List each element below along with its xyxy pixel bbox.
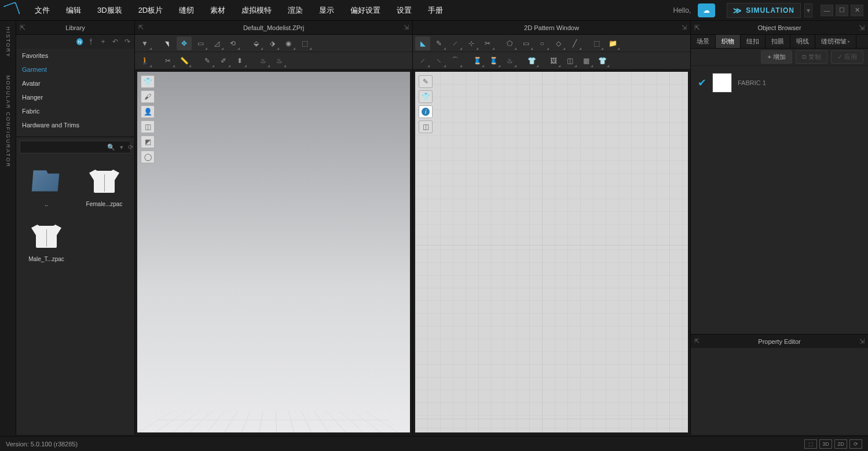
refresh-icon[interactable]: ⟳ xyxy=(126,144,135,151)
tool-2d-shirt[interactable]: 👕 xyxy=(595,54,610,68)
menu-sewing[interactable]: 缝纫 xyxy=(171,5,202,16)
lib-add-icon[interactable]: + xyxy=(100,38,107,46)
tool-2d-addpoint[interactable]: ⊹ xyxy=(464,36,479,50)
tool-2d-sew-select[interactable]: ⟋ xyxy=(415,54,430,68)
vis-silhouette-icon[interactable]: ◯ xyxy=(141,151,155,163)
view-refresh-button[interactable]: ⟳ xyxy=(849,439,862,449)
tool-edit3d[interactable]: ✎ xyxy=(200,54,215,68)
menu-display[interactable]: 显示 xyxy=(311,5,342,16)
tool-tape[interactable]: ✂ xyxy=(160,54,175,68)
tool-avatar[interactable]: 🚶 xyxy=(137,54,152,68)
vis-layer2-icon[interactable]: ◩ xyxy=(141,135,155,148)
tool-simulate[interactable]: ▼ xyxy=(137,36,152,50)
tool-edit3d-2[interactable]: ✐ xyxy=(216,54,231,68)
window-maximize-button[interactable]: ☐ xyxy=(836,5,848,16)
tool-2d-edit[interactable]: ✎ xyxy=(431,36,446,50)
thumb-female-garment[interactable]: Female...zpac xyxy=(76,159,132,212)
viewport-2d-canvas[interactable]: ✎ 👕 i ◫ xyxy=(415,72,688,432)
lib-item-garment[interactable]: Garment xyxy=(16,63,134,76)
tool-2d-sewing2[interactable]: 🧵 xyxy=(486,54,501,68)
tool-steam[interactable]: ♨ xyxy=(255,54,270,68)
cloud-sync-button[interactable]: ☁ xyxy=(698,3,715,17)
thumb-parent-folder[interactable]: .. xyxy=(19,159,74,212)
popout-icon[interactable]: ⇱ xyxy=(694,24,700,32)
ob-apply-button[interactable]: ✓ 应用 xyxy=(831,50,863,64)
search-dropdown-icon[interactable]: ▾ xyxy=(118,144,126,151)
popout-icon[interactable]: ⇱ xyxy=(694,338,699,345)
menu-avatar[interactable]: 虚拟模特 xyxy=(233,5,280,16)
menu-2d[interactable]: 2D板片 xyxy=(130,5,171,16)
simulation-mode-button[interactable]: ≫ SIMULATION xyxy=(727,3,801,18)
tool-2d-folder[interactable]: 📁 xyxy=(605,36,620,50)
tool-lasso[interactable]: ◿ xyxy=(209,36,224,50)
ob-add-button[interactable]: + 增加 xyxy=(761,50,792,64)
tool-2d-line[interactable]: ╱ xyxy=(567,36,582,50)
vis-2d-info-icon[interactable]: i xyxy=(419,105,433,118)
menu-manual[interactable]: 手册 xyxy=(420,5,451,16)
ob-tab-fabric[interactable]: 织物 xyxy=(716,35,741,48)
view-3d-button[interactable]: 3D xyxy=(819,439,832,449)
menu-edit[interactable]: 编辑 xyxy=(58,5,89,16)
thumb-male-garment[interactable]: Male_T...zpac xyxy=(19,214,74,267)
tool-2d-split[interactable]: ✂ xyxy=(480,36,495,50)
view-both-button[interactable]: ⬚ xyxy=(804,439,817,449)
tool-2d-texture[interactable]: 👕 xyxy=(524,54,539,68)
ob-tab-scene[interactable]: 场景 xyxy=(691,35,716,48)
viewport-3d-canvas[interactable]: 👕 🖌 👤 ◫ ◩ ◯ xyxy=(137,72,410,432)
popout-icon[interactable]: ⇱ xyxy=(138,24,144,31)
ob-item-fabric1[interactable]: ✔ FABRIC 1 xyxy=(695,71,863,95)
ob-copy-button[interactable]: ⧉ 复制 xyxy=(796,50,827,64)
tool-2d-sew-free[interactable]: ⌒ xyxy=(448,54,463,68)
tool-gizmo[interactable]: ⟲ xyxy=(225,36,240,50)
vis-texture-icon[interactable]: 🖌 xyxy=(141,90,155,103)
window-minimize-button[interactable]: — xyxy=(821,5,833,16)
popout-icon[interactable]: ⇲ xyxy=(404,24,409,31)
tool-arrange[interactable]: ◉ xyxy=(281,36,296,50)
vis-2d-layer-icon[interactable]: ◫ xyxy=(419,120,433,133)
view-2d-button[interactable]: 2D xyxy=(834,439,847,449)
tool-2d-select[interactable]: ◣ xyxy=(415,36,430,50)
vis-2d-pen-icon[interactable]: ✎ xyxy=(419,75,433,88)
simulation-dropdown[interactable]: ▾ xyxy=(804,3,812,17)
lib-item-favorites[interactable]: Favorites xyxy=(16,49,134,63)
tool-2d-grading[interactable]: ◫ xyxy=(562,54,577,68)
library-popout-icon[interactable]: ⇱ xyxy=(20,24,25,32)
ob-tab-pucker[interactable]: 缝纫褶皱▸ xyxy=(815,35,856,48)
tool-2d-dart[interactable]: ◇ xyxy=(551,36,566,50)
vis-avatar-icon[interactable]: 👤 xyxy=(141,105,155,118)
tool-flatten[interactable]: ⬍ xyxy=(232,54,247,68)
tool-2d-trace[interactable]: ⬚ xyxy=(589,36,604,50)
modular-configurator-tab[interactable]: MODULAR CONFIGURATOR xyxy=(5,75,11,168)
tool-move[interactable]: ✥ xyxy=(177,36,192,50)
tool-2d-graphic[interactable]: 🖼 xyxy=(546,54,561,68)
lib-item-hardware[interactable]: Hardware and Trims xyxy=(16,118,134,132)
popout-icon[interactable]: ⇲ xyxy=(859,338,865,345)
ob-tab-buttonhole[interactable]: 扣眼 xyxy=(766,35,790,48)
menu-file[interactable]: 文件 xyxy=(27,5,58,16)
tool-2d-check[interactable]: ▦ xyxy=(578,54,594,68)
menu-material[interactable]: 素材 xyxy=(202,5,233,16)
tool-2d-rect[interactable]: ▭ xyxy=(518,36,533,50)
popout-icon[interactable]: ⇲ xyxy=(682,24,687,31)
lib-back-icon[interactable]: ↶ xyxy=(111,38,119,46)
tool-pin[interactable]: ⬙ xyxy=(248,36,263,50)
lib-item-avatar[interactable]: Avatar xyxy=(16,76,134,90)
vis-garment-icon[interactable]: 👕 xyxy=(141,75,155,88)
ob-tab-topstitch[interactable]: 明线 xyxy=(790,35,815,48)
tool-2d-sew-segment[interactable]: ⟍ xyxy=(431,54,446,68)
ob-tab-button[interactable]: 纽扣 xyxy=(741,35,766,48)
tool-pin2[interactable]: ⬗ xyxy=(265,36,280,50)
tool-marquee[interactable]: ▭ xyxy=(193,36,208,50)
menu-prefs[interactable]: 偏好设置 xyxy=(342,5,389,16)
history-tab[interactable]: HISTORY xyxy=(5,27,11,58)
menu-settings[interactable]: 设置 xyxy=(389,5,420,16)
vis-layer1-icon[interactable]: ◫ xyxy=(141,120,155,133)
tool-2d-polygon[interactable]: ⬠ xyxy=(502,36,517,50)
lib-forward-icon[interactable]: ↷ xyxy=(123,38,131,46)
tool-2d-sewing1[interactable]: 🧵 xyxy=(470,54,485,68)
popout-icon[interactable]: ⇲ xyxy=(859,24,865,32)
window-close-button[interactable]: ✕ xyxy=(851,5,863,16)
lib-upload-icon[interactable]: ⭱ xyxy=(87,38,95,46)
lib-item-hanger[interactable]: Hanger xyxy=(16,90,134,104)
library-search-input[interactable] xyxy=(20,144,105,151)
